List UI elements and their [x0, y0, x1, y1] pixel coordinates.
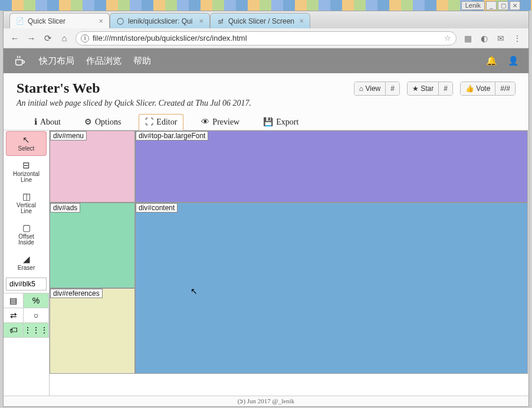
tool-offset[interactable]: ▢OffsetInside — [6, 219, 47, 250]
layout-canvas[interactable]: div#menudiv#adsdiv#referencesdiv#top-bar… — [50, 130, 528, 396]
tool-label: OffsetInside — [18, 234, 34, 246]
tool-label: VerticalLine — [17, 203, 36, 215]
tab-icon: ⚙ — [84, 117, 92, 127]
toggle-button[interactable]: % — [23, 293, 49, 308]
tab-favicon: sf — [216, 17, 225, 25]
main-tab-editor[interactable]: ⛶Editor — [139, 114, 183, 130]
menu-icon[interactable]: ⋮ — [512, 33, 523, 44]
toggle-button[interactable]: ⋮⋮⋮ — [23, 322, 49, 338]
stat-group[interactable]: ⌂ View# — [354, 81, 400, 96]
footer: (ɔ) Jun 2017 @_lenik — [4, 396, 528, 406]
qr-icon[interactable]: ▦ — [462, 33, 473, 44]
stat-group[interactable]: ★ Star# — [407, 81, 453, 96]
region-ads[interactable]: div#ads — [50, 203, 135, 288]
tab-icon: 👁 — [201, 117, 209, 127]
toggle-button[interactable]: ○ — [23, 308, 49, 323]
toggle-button[interactable]: ⇄ — [4, 308, 24, 323]
tab-label: Quick Slicer — [28, 17, 95, 25]
nav-item[interactable]: 帮助 — [133, 56, 151, 67]
tab-close-icon[interactable]: × — [199, 17, 203, 25]
main-tab-options[interactable]: ⚙Options — [78, 114, 127, 130]
extension-icon[interactable]: ◐ — [479, 33, 490, 44]
page-title: Starter's Web — [17, 80, 251, 96]
main-tabs: ℹAbout⚙Options⛶Editor👁Preview💾Export — [4, 113, 528, 130]
tab-label: Options — [95, 117, 121, 127]
selector-input[interactable]: div#blk5 — [6, 278, 47, 291]
browser-tab-strip: 📄Quick Slicer×◯lenik/quickslicer: Qui×sf… — [4, 11, 528, 28]
tool-vline[interactable]: ◫VerticalLine — [6, 188, 47, 218]
reload-button[interactable]: ⟳ — [42, 33, 53, 44]
back-button[interactable]: ← — [9, 33, 20, 43]
stat-count: # — [438, 82, 452, 95]
url-text: file:///mnt/istore/pub/quickslicer/src/i… — [93, 34, 247, 43]
browser-tab[interactable]: sfQuick Slicer / Screen× — [210, 13, 310, 28]
bell-icon[interactable]: 🔔 — [486, 56, 497, 66]
tool-palette: ↖Select⊟HorizontalLine◫VerticalLine▢Offs… — [4, 130, 50, 396]
hline-icon: ⊟ — [22, 160, 30, 171]
vline-icon: ◫ — [22, 191, 31, 202]
tool-label: Select — [18, 146, 35, 152]
region-tag: div#ads — [50, 203, 80, 213]
tab-icon: 💾 — [263, 117, 273, 127]
tab-icon: ℹ — [34, 117, 37, 127]
home-button[interactable]: ⌂ — [59, 33, 70, 43]
tab-label: Preview — [212, 117, 239, 127]
main-tab-preview[interactable]: 👁Preview — [195, 115, 245, 130]
minimize-button[interactable]: _ — [486, 1, 497, 10]
mail-icon[interactable]: ✉ — [495, 33, 506, 44]
toggle-button[interactable]: 🏷 — [4, 322, 24, 338]
tab-label: lenik/quickslicer: Qui — [128, 17, 195, 25]
tab-close-icon[interactable]: × — [299, 17, 304, 25]
region-tag: div#top-bar.largeFont — [136, 131, 208, 141]
stat-count: # — [385, 82, 399, 95]
app-navbar: 快刀布局 作品浏览 帮助 🔔 👤 — [4, 48, 528, 73]
region-tag: div#menu — [50, 131, 87, 141]
stat-buttons: ⌂ View#★ Star#👍 Vote#/# — [354, 81, 515, 96]
region-content[interactable]: div#content — [135, 203, 528, 374]
stat-group[interactable]: 👍 Vote#/# — [460, 81, 515, 96]
browser-tab[interactable]: 📄Quick Slicer× — [9, 13, 110, 28]
browser-window: 📄Quick Slicer×◯lenik/quickslicer: Qui×sf… — [3, 11, 529, 407]
address-bar[interactable]: i file:///mnt/istore/pub/quickslicer/src… — [75, 31, 457, 45]
os-window-title: Lenik — [461, 1, 485, 10]
tab-favicon: ◯ — [116, 17, 124, 25]
region-menu[interactable]: div#menu — [50, 130, 135, 203]
info-icon: i — [81, 34, 89, 43]
tool-eraser[interactable]: ◢Eraser — [6, 250, 47, 275]
tab-label: Export — [276, 117, 298, 127]
region-top-bar[interactable]: div#top-bar.largeFont — [135, 130, 528, 203]
tool-select[interactable]: ↖Select — [6, 131, 47, 156]
maximize-button[interactable]: ▢ — [498, 1, 508, 10]
tab-favicon: 📄 — [16, 17, 24, 25]
user-icon[interactable]: 👤 — [508, 56, 519, 66]
logo-icon[interactable] — [13, 54, 27, 68]
region-references[interactable]: div#references — [50, 288, 135, 374]
stat-label: 👍 Vote — [461, 82, 495, 95]
nav-item[interactable]: 作品浏览 — [86, 56, 121, 67]
tab-icon: ⛶ — [145, 117, 153, 127]
region-tag: div#references — [50, 289, 103, 298]
stat-label: ★ Star — [408, 82, 438, 95]
page-subtitle: An initial web page sliced by Quick Slic… — [17, 99, 251, 108]
tool-label: Eraser — [18, 265, 35, 272]
stat-label: ⌂ View — [354, 82, 385, 95]
editor-workspace: ↖Select⊟HorizontalLine◫VerticalLine▢Offs… — [4, 130, 528, 396]
browser-tab[interactable]: ◯lenik/quickslicer: Qui× — [110, 13, 210, 28]
browser-toolbar: ← → ⟳ ⌂ i file:///mnt/istore/pub/quicksl… — [4, 28, 528, 48]
main-tab-about[interactable]: ℹAbout — [28, 114, 67, 130]
main-tab-export[interactable]: 💾Export — [257, 114, 304, 130]
forward-button[interactable]: → — [26, 33, 37, 43]
tool-hline[interactable]: ⊟HorizontalLine — [6, 156, 47, 187]
nav-item[interactable]: 快刀布局 — [39, 56, 74, 67]
offset-icon: ▢ — [22, 223, 31, 233]
tab-label: Quick Slicer / Screen — [228, 17, 295, 25]
toggle-button[interactable]: ▤ — [4, 293, 24, 308]
select-icon: ↖ — [22, 135, 30, 145]
tab-close-icon[interactable]: × — [98, 17, 103, 25]
stat-count: #/# — [495, 82, 515, 95]
os-titlebar: Lenik _ ▢ ✕ — [461, 0, 520, 11]
eraser-icon: ◢ — [23, 254, 30, 265]
region-tag: div#content — [136, 203, 178, 213]
close-button[interactable]: ✕ — [510, 1, 520, 10]
star-icon[interactable]: ☆ — [444, 34, 451, 43]
